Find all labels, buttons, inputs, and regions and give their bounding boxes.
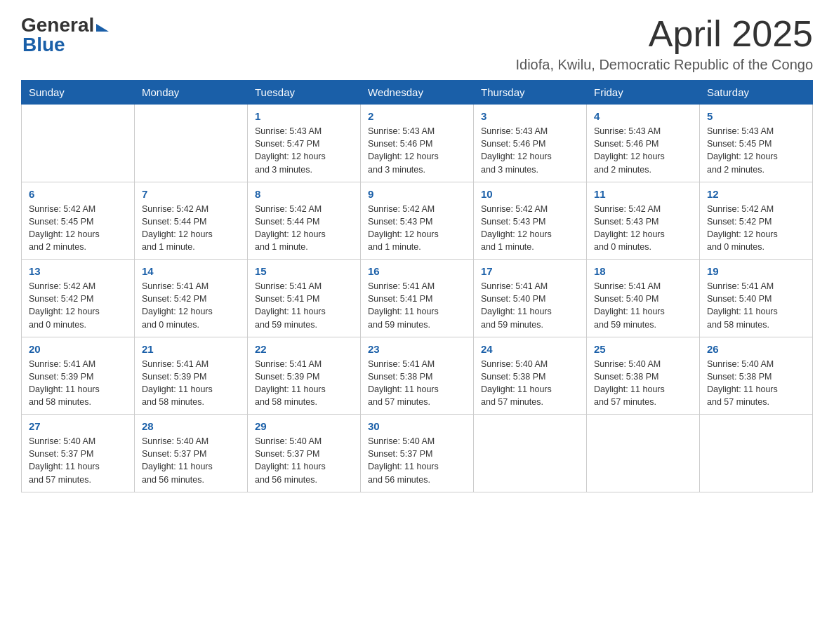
weekday-header-friday: Friday bbox=[587, 81, 700, 105]
calendar-week-4: 20Sunrise: 5:41 AM Sunset: 5:39 PM Dayli… bbox=[22, 337, 813, 415]
day-info: Sunrise: 5:40 AM Sunset: 5:37 PM Dayligh… bbox=[368, 435, 466, 486]
calendar-cell: 11Sunrise: 5:42 AM Sunset: 5:43 PM Dayli… bbox=[587, 182, 700, 260]
day-info: Sunrise: 5:41 AM Sunset: 5:41 PM Dayligh… bbox=[368, 280, 466, 331]
calendar-cell bbox=[135, 105, 248, 182]
day-number: 16 bbox=[368, 265, 466, 277]
day-number: 28 bbox=[142, 420, 240, 432]
day-number: 9 bbox=[368, 188, 466, 200]
calendar-cell: 21Sunrise: 5:41 AM Sunset: 5:39 PM Dayli… bbox=[135, 337, 248, 415]
calendar-cell: 4Sunrise: 5:43 AM Sunset: 5:46 PM Daylig… bbox=[587, 105, 700, 182]
calendar-cell: 17Sunrise: 5:41 AM Sunset: 5:40 PM Dayli… bbox=[474, 260, 587, 337]
day-number: 29 bbox=[255, 420, 353, 432]
calendar-cell: 20Sunrise: 5:41 AM Sunset: 5:39 PM Dayli… bbox=[22, 337, 135, 415]
day-number: 30 bbox=[368, 420, 466, 432]
calendar-cell: 13Sunrise: 5:42 AM Sunset: 5:42 PM Dayli… bbox=[22, 260, 135, 337]
calendar-table: SundayMondayTuesdayWednesdayThursdayFrid… bbox=[21, 80, 813, 492]
calendar-cell: 8Sunrise: 5:42 AM Sunset: 5:44 PM Daylig… bbox=[248, 182, 361, 260]
day-info: Sunrise: 5:42 AM Sunset: 5:43 PM Dayligh… bbox=[368, 203, 466, 254]
calendar-cell bbox=[700, 415, 813, 492]
calendar-cell: 27Sunrise: 5:40 AM Sunset: 5:37 PM Dayli… bbox=[22, 415, 135, 492]
title-section: April 2025 Idiofa, Kwilu, Democratic Rep… bbox=[515, 14, 813, 73]
day-number: 26 bbox=[707, 343, 805, 355]
day-info: Sunrise: 5:42 AM Sunset: 5:45 PM Dayligh… bbox=[29, 203, 127, 254]
day-info: Sunrise: 5:40 AM Sunset: 5:38 PM Dayligh… bbox=[481, 358, 579, 409]
calendar-week-5: 27Sunrise: 5:40 AM Sunset: 5:37 PM Dayli… bbox=[22, 415, 813, 492]
day-number: 1 bbox=[255, 110, 353, 122]
calendar-body: 1Sunrise: 5:43 AM Sunset: 5:47 PM Daylig… bbox=[22, 105, 813, 492]
day-number: 14 bbox=[142, 265, 240, 277]
day-info: Sunrise: 5:43 AM Sunset: 5:46 PM Dayligh… bbox=[481, 125, 579, 176]
calendar-cell: 3Sunrise: 5:43 AM Sunset: 5:46 PM Daylig… bbox=[474, 105, 587, 182]
calendar-cell: 7Sunrise: 5:42 AM Sunset: 5:44 PM Daylig… bbox=[135, 182, 248, 260]
calendar-cell: 6Sunrise: 5:42 AM Sunset: 5:45 PM Daylig… bbox=[22, 182, 135, 260]
calendar-cell bbox=[587, 415, 700, 492]
day-number: 12 bbox=[707, 188, 805, 200]
day-info: Sunrise: 5:40 AM Sunset: 5:37 PM Dayligh… bbox=[142, 435, 240, 486]
day-info: Sunrise: 5:41 AM Sunset: 5:39 PM Dayligh… bbox=[29, 358, 127, 409]
calendar-cell bbox=[474, 415, 587, 492]
weekday-header-thursday: Thursday bbox=[474, 81, 587, 105]
calendar-cell: 28Sunrise: 5:40 AM Sunset: 5:37 PM Dayli… bbox=[135, 415, 248, 492]
calendar-week-2: 6Sunrise: 5:42 AM Sunset: 5:45 PM Daylig… bbox=[22, 182, 813, 260]
calendar-cell: 19Sunrise: 5:41 AM Sunset: 5:40 PM Dayli… bbox=[700, 260, 813, 337]
day-number: 24 bbox=[481, 343, 579, 355]
day-info: Sunrise: 5:42 AM Sunset: 5:43 PM Dayligh… bbox=[594, 203, 692, 254]
day-info: Sunrise: 5:41 AM Sunset: 5:40 PM Dayligh… bbox=[594, 280, 692, 331]
calendar-header: SundayMondayTuesdayWednesdayThursdayFrid… bbox=[22, 81, 813, 105]
calendar-cell: 30Sunrise: 5:40 AM Sunset: 5:37 PM Dayli… bbox=[361, 415, 474, 492]
calendar-cell: 5Sunrise: 5:43 AM Sunset: 5:45 PM Daylig… bbox=[700, 105, 813, 182]
day-info: Sunrise: 5:43 AM Sunset: 5:46 PM Dayligh… bbox=[368, 125, 466, 176]
calendar-cell: 23Sunrise: 5:41 AM Sunset: 5:38 PM Dayli… bbox=[361, 337, 474, 415]
calendar-cell: 2Sunrise: 5:43 AM Sunset: 5:46 PM Daylig… bbox=[361, 105, 474, 182]
day-number: 4 bbox=[594, 110, 692, 122]
location-title: Idiofa, Kwilu, Democratic Republic of th… bbox=[515, 57, 813, 73]
day-info: Sunrise: 5:41 AM Sunset: 5:38 PM Dayligh… bbox=[368, 358, 466, 409]
calendar-cell bbox=[22, 105, 135, 182]
weekday-header-wednesday: Wednesday bbox=[361, 81, 474, 105]
weekday-header-saturday: Saturday bbox=[700, 81, 813, 105]
day-info: Sunrise: 5:40 AM Sunset: 5:38 PM Dayligh… bbox=[707, 358, 805, 409]
day-number: 25 bbox=[594, 343, 692, 355]
day-number: 13 bbox=[29, 265, 127, 277]
day-info: Sunrise: 5:42 AM Sunset: 5:42 PM Dayligh… bbox=[29, 280, 127, 331]
calendar-cell: 18Sunrise: 5:41 AM Sunset: 5:40 PM Dayli… bbox=[587, 260, 700, 337]
header-row: SundayMondayTuesdayWednesdayThursdayFrid… bbox=[22, 81, 813, 105]
day-number: 7 bbox=[142, 188, 240, 200]
day-number: 2 bbox=[368, 110, 466, 122]
calendar-cell: 15Sunrise: 5:41 AM Sunset: 5:41 PM Dayli… bbox=[248, 260, 361, 337]
month-title: April 2025 bbox=[515, 14, 813, 54]
day-info: Sunrise: 5:41 AM Sunset: 5:40 PM Dayligh… bbox=[707, 280, 805, 331]
day-info: Sunrise: 5:41 AM Sunset: 5:39 PM Dayligh… bbox=[142, 358, 240, 409]
day-number: 17 bbox=[481, 265, 579, 277]
day-number: 19 bbox=[707, 265, 805, 277]
calendar-cell: 9Sunrise: 5:42 AM Sunset: 5:43 PM Daylig… bbox=[361, 182, 474, 260]
day-number: 23 bbox=[368, 343, 466, 355]
day-number: 11 bbox=[594, 188, 692, 200]
day-info: Sunrise: 5:41 AM Sunset: 5:39 PM Dayligh… bbox=[255, 358, 353, 409]
day-info: Sunrise: 5:42 AM Sunset: 5:42 PM Dayligh… bbox=[707, 203, 805, 254]
calendar-week-1: 1Sunrise: 5:43 AM Sunset: 5:47 PM Daylig… bbox=[22, 105, 813, 182]
day-info: Sunrise: 5:42 AM Sunset: 5:44 PM Dayligh… bbox=[255, 203, 353, 254]
weekday-header-sunday: Sunday bbox=[22, 81, 135, 105]
day-number: 15 bbox=[255, 265, 353, 277]
day-info: Sunrise: 5:40 AM Sunset: 5:37 PM Dayligh… bbox=[255, 435, 353, 486]
calendar-cell: 10Sunrise: 5:42 AM Sunset: 5:43 PM Dayli… bbox=[474, 182, 587, 260]
calendar-cell: 24Sunrise: 5:40 AM Sunset: 5:38 PM Dayli… bbox=[474, 337, 587, 415]
day-number: 8 bbox=[255, 188, 353, 200]
day-info: Sunrise: 5:43 AM Sunset: 5:45 PM Dayligh… bbox=[707, 125, 805, 176]
calendar-cell: 16Sunrise: 5:41 AM Sunset: 5:41 PM Dayli… bbox=[361, 260, 474, 337]
logo-blue-text: Blue bbox=[22, 34, 65, 56]
day-info: Sunrise: 5:41 AM Sunset: 5:40 PM Dayligh… bbox=[481, 280, 579, 331]
day-info: Sunrise: 5:41 AM Sunset: 5:42 PM Dayligh… bbox=[142, 280, 240, 331]
page-header: General Blue April 2025 Idiofa, Kwilu, D… bbox=[21, 14, 813, 73]
calendar-week-3: 13Sunrise: 5:42 AM Sunset: 5:42 PM Dayli… bbox=[22, 260, 813, 337]
day-number: 5 bbox=[707, 110, 805, 122]
logo: General Blue bbox=[21, 14, 109, 56]
calendar-cell: 1Sunrise: 5:43 AM Sunset: 5:47 PM Daylig… bbox=[248, 105, 361, 182]
calendar-cell: 12Sunrise: 5:42 AM Sunset: 5:42 PM Dayli… bbox=[700, 182, 813, 260]
day-number: 22 bbox=[255, 343, 353, 355]
day-info: Sunrise: 5:42 AM Sunset: 5:44 PM Dayligh… bbox=[142, 203, 240, 254]
day-info: Sunrise: 5:43 AM Sunset: 5:46 PM Dayligh… bbox=[594, 125, 692, 176]
day-number: 10 bbox=[481, 188, 579, 200]
day-info: Sunrise: 5:43 AM Sunset: 5:47 PM Dayligh… bbox=[255, 125, 353, 176]
